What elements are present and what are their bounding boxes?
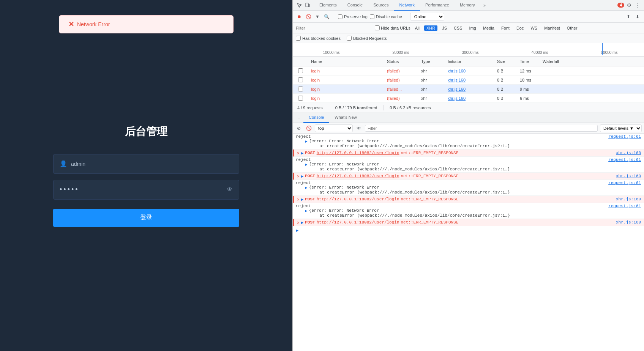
has-blocked-cookies-label[interactable]: Has blocked cookies: [296, 36, 341, 41]
post-url[interactable]: http://127.0.0.1:18082/user/login: [317, 151, 399, 155]
settings-icon[interactable]: ⚙: [626, 2, 633, 9]
blocked-requests-label[interactable]: Blocked Requests: [347, 36, 387, 41]
row-initiator-3[interactable]: xhr.js:160: [445, 87, 494, 91]
disable-cache-checkbox[interactable]: [370, 14, 374, 19]
filter-input[interactable]: [296, 26, 341, 30]
row-status-2: (failed): [384, 78, 418, 82]
more-tabs-button[interactable]: »: [480, 0, 489, 11]
more-options-icon[interactable]: ⋮: [634, 2, 641, 9]
console-request-link[interactable]: request.js:61: [608, 157, 641, 162]
console-context-select[interactable]: top: [315, 124, 353, 132]
record-button[interactable]: ⏺: [296, 13, 303, 20]
table-row[interactable]: login (failed) xhr xhr.js:160 0 B 12 ms: [293, 66, 644, 76]
console-level-select[interactable]: Default levels ▼: [600, 124, 642, 132]
xhr-link[interactable]: xhr.js:160: [616, 174, 641, 178]
eye-toggle-button[interactable]: 👁: [355, 124, 363, 132]
export-icon[interactable]: ⬇: [634, 13, 641, 20]
device-icon[interactable]: [304, 2, 311, 9]
tab-elements[interactable]: Elements: [314, 0, 342, 11]
post-url[interactable]: http://127.0.0.1:18082/user/login: [317, 174, 399, 178]
header-size[interactable]: Size: [494, 59, 517, 64]
table-row[interactable]: login (failed... xhr xhr.js:160 0 B 9 ms: [293, 85, 644, 94]
row-initiator-4[interactable]: xhr.js:160: [445, 96, 494, 101]
expand-arrow[interactable]: ▶: [305, 208, 308, 213]
tab-whats-new[interactable]: What's New: [329, 112, 362, 123]
hide-data-urls-checkbox[interactable]: [375, 25, 380, 30]
blocked-bar: Has blocked cookies Blocked Requests: [293, 33, 644, 43]
username-input[interactable]: [71, 161, 233, 167]
expand-arrow[interactable]: ▶: [305, 162, 308, 167]
row-size-3: 0 B: [494, 87, 517, 91]
filter-ws-button[interactable]: WS: [528, 25, 540, 31]
tab-console[interactable]: Console: [342, 0, 368, 11]
login-button[interactable]: 登录: [53, 209, 239, 227]
filter-icon[interactable]: ▼: [314, 13, 321, 20]
filter-all-button[interactable]: All: [413, 25, 422, 31]
tab-performance[interactable]: Performance: [420, 0, 455, 11]
eye-icon[interactable]: 👁: [227, 186, 233, 193]
tab-sources[interactable]: Sources: [368, 0, 394, 11]
xhr-link[interactable]: xhr.js:160: [616, 220, 641, 225]
row-status-1: (failed): [384, 69, 418, 73]
console-clear-button[interactable]: ⊘: [295, 124, 303, 132]
throttling-select[interactable]: Online Fast 3G Slow 3G Offline: [410, 13, 444, 20]
expand-arrow[interactable]: ▶: [305, 139, 308, 144]
filter-other-button[interactable]: Other: [565, 25, 580, 31]
console-ban-button[interactable]: 🚫: [305, 124, 313, 132]
clear-button[interactable]: 🚫: [305, 13, 312, 20]
preserve-log-label[interactable]: Preserve log: [338, 14, 368, 19]
row-checkbox-2[interactable]: [293, 77, 308, 82]
header-name[interactable]: Name: [308, 59, 384, 64]
expand-arrow[interactable]: ▶: [305, 185, 308, 190]
post-url[interactable]: http://127.0.0.1:18082/user/login: [317, 197, 399, 201]
table-row[interactable]: login (failed) xhr xhr.js:160 0 B 10 ms: [293, 76, 644, 85]
inspect-icon[interactable]: [296, 2, 303, 9]
expand-arrow[interactable]: ▶: [301, 151, 304, 156]
preserve-log-checkbox[interactable]: [338, 14, 343, 19]
console-more-button[interactable]: ⋮: [294, 113, 303, 122]
row-checkbox-3[interactable]: [293, 87, 308, 91]
header-type[interactable]: Type: [418, 59, 445, 64]
post-error-text: net::ERR_EMPTY_RESPONSE: [401, 197, 459, 201]
devtools-tabs: Elements Console Sources Network Perform…: [314, 0, 614, 11]
row-checkbox-4[interactable]: [293, 96, 308, 101]
header-initiator[interactable]: Initiator: [445, 59, 494, 64]
row-checkbox-1[interactable]: [293, 68, 308, 73]
xhr-link[interactable]: xhr.js:160: [616, 151, 641, 155]
tab-network[interactable]: Network: [394, 0, 420, 11]
filter-js-button[interactable]: JS: [440, 25, 449, 31]
disable-cache-label[interactable]: Disable cache: [370, 14, 402, 19]
tab-console-bottom[interactable]: Console: [303, 112, 329, 123]
xhr-link[interactable]: xhr.js:160: [616, 197, 641, 201]
console-filter-input[interactable]: [365, 125, 598, 132]
filter-font-button[interactable]: Font: [499, 25, 512, 31]
row-initiator-2[interactable]: xhr.js:160: [445, 78, 494, 82]
console-entry: reject request.js:61 ▶ {error: Error: Ne…: [293, 134, 644, 150]
has-blocked-cookies-checkbox[interactable]: [296, 36, 301, 41]
filter-manifest-button[interactable]: Manifest: [542, 25, 562, 31]
filter-css-button[interactable]: CSS: [451, 25, 465, 31]
post-url[interactable]: http://127.0.0.1:18082/user/login: [317, 220, 399, 225]
blocked-requests-checkbox[interactable]: [347, 36, 352, 41]
password-input[interactable]: [60, 186, 227, 194]
expand-arrow[interactable]: ▶: [301, 174, 304, 179]
expand-arrow[interactable]: ▶: [301, 197, 304, 202]
header-time[interactable]: Time: [517, 59, 540, 64]
console-request-link[interactable]: request.js:61: [608, 181, 641, 185]
tab-memory[interactable]: Memory: [455, 0, 480, 11]
console-request-link[interactable]: request.js:61: [608, 134, 641, 139]
console-request-link[interactable]: request.js:61: [608, 204, 641, 208]
import-icon[interactable]: ⬆: [625, 13, 632, 20]
table-row[interactable]: login (failed) xhr xhr.js:160 0 B 6 ms: [293, 94, 644, 103]
header-status[interactable]: Status: [384, 59, 418, 64]
hide-data-urls-label[interactable]: Hide data URLs: [375, 25, 410, 30]
filter-doc-button[interactable]: Doc: [514, 25, 526, 31]
filter-media-button[interactable]: Media: [481, 25, 497, 31]
header-waterfall[interactable]: Waterfall: [540, 59, 644, 64]
expand-arrow[interactable]: ▶: [301, 220, 304, 225]
filter-img-button[interactable]: Img: [467, 25, 478, 31]
filter-xhr-button[interactable]: XHR: [424, 25, 437, 31]
error-circle-icon: ✕: [297, 151, 300, 156]
search-icon[interactable]: 🔍: [323, 13, 330, 20]
row-initiator-1[interactable]: xhr.js:160: [445, 69, 494, 73]
